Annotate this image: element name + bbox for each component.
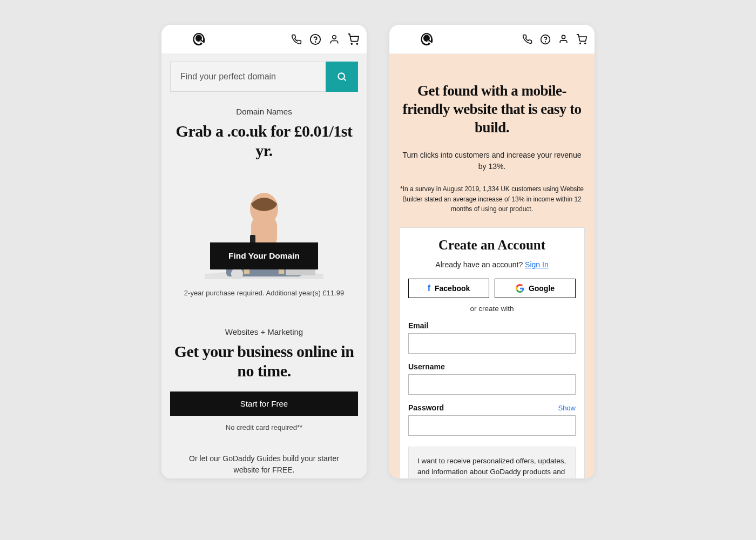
wm-headline: Get your business online in no time.	[170, 342, 358, 381]
domain-search-input[interactable]	[170, 62, 326, 92]
sign-in-link[interactable]: Sign In	[525, 260, 549, 269]
hero-image: Find Your Domain	[170, 177, 358, 279]
cart-icon[interactable]	[576, 34, 587, 45]
consent-box: I want to receive personalized offers, u…	[408, 447, 576, 478]
card-title: Create an Account	[408, 238, 576, 253]
svg-line-6	[344, 79, 346, 81]
search-icon	[336, 71, 347, 82]
svg-point-18	[585, 43, 586, 44]
google-label: Google	[529, 284, 555, 293]
username-label: Username	[408, 362, 576, 371]
phone-left: Domain Names Grab a .co.uk for £0.01/1st…	[161, 25, 367, 478]
right-headline: Get found with a mobile-friendly website…	[399, 82, 585, 137]
phone-icon[interactable]	[291, 34, 302, 45]
phone-left-body: Domain Names Grab a .co.uk for £0.01/1st…	[161, 54, 367, 478]
show-password-link[interactable]: Show	[558, 404, 576, 412]
already-have-account: Already have an account? Sign In	[408, 260, 576, 269]
email-field[interactable]	[408, 333, 576, 354]
help-icon[interactable]	[309, 33, 321, 45]
password-label: Password	[408, 403, 444, 412]
facebook-icon: f	[428, 284, 430, 293]
help-icon[interactable]	[540, 34, 551, 45]
or-create-text: or create with	[408, 305, 576, 313]
password-field[interactable]	[408, 415, 576, 436]
svg-point-16	[562, 35, 565, 38]
facebook-label: Facebook	[435, 284, 470, 293]
wm-eyebrow: Websites + Marketing	[170, 327, 358, 336]
topbar	[161, 25, 367, 54]
svg-point-17	[580, 43, 581, 44]
svg-point-2	[333, 35, 336, 39]
topbar	[389, 25, 595, 54]
consent-text: I want to receive personalized offers, u…	[417, 456, 566, 478]
websites-section: Websites + Marketing Get your business o…	[170, 327, 358, 476]
right-disclaimer: *In a survey in August 2019, 1,334 UK cu…	[399, 184, 585, 214]
domain-search-button[interactable]	[326, 62, 358, 92]
domain-headline: Grab a .co.uk for £0.01/1st yr.	[170, 122, 358, 160]
svg-point-4	[356, 43, 357, 44]
phone-icon[interactable]	[522, 34, 532, 44]
user-icon[interactable]	[558, 34, 569, 44]
cart-icon[interactable]	[347, 33, 359, 45]
godaddy-logo-icon[interactable]	[191, 31, 207, 48]
svg-point-1	[315, 42, 316, 42]
find-domain-button[interactable]: Find Your Domain	[210, 242, 318, 269]
svg-point-3	[351, 43, 352, 44]
svg-point-5	[338, 73, 345, 79]
right-sub: Turn clicks into customers and increase …	[399, 150, 585, 172]
start-free-button[interactable]: Start for Free	[170, 392, 358, 416]
signup-card: Create an Account Already have an accoun…	[399, 227, 585, 478]
user-icon[interactable]	[329, 34, 340, 45]
domain-eyebrow: Domain Names	[170, 107, 358, 116]
no-card-text: No credit card required**	[170, 423, 358, 431]
phone-right-body: Get found with a mobile-friendly website…	[389, 54, 595, 478]
already-text: Already have an account?	[435, 260, 525, 269]
menu-icon[interactable]	[397, 34, 412, 45]
phone-right: Get found with a mobile-friendly website…	[389, 25, 595, 478]
svg-point-12	[231, 268, 243, 279]
domain-search	[170, 62, 358, 92]
google-icon	[516, 284, 524, 293]
menu-icon[interactable]	[169, 34, 184, 45]
facebook-button[interactable]: f Facebook	[408, 279, 489, 298]
svg-point-15	[545, 41, 546, 42]
google-button[interactable]: Google	[495, 279, 576, 298]
email-label: Email	[408, 321, 576, 330]
domain-fineprint: 2-year purchase required. Additional yea…	[170, 289, 358, 297]
username-field[interactable]	[408, 374, 576, 395]
godaddy-logo-icon[interactable]	[418, 31, 435, 48]
guides-text: Or let our GoDaddy Guides build your sta…	[170, 453, 358, 476]
